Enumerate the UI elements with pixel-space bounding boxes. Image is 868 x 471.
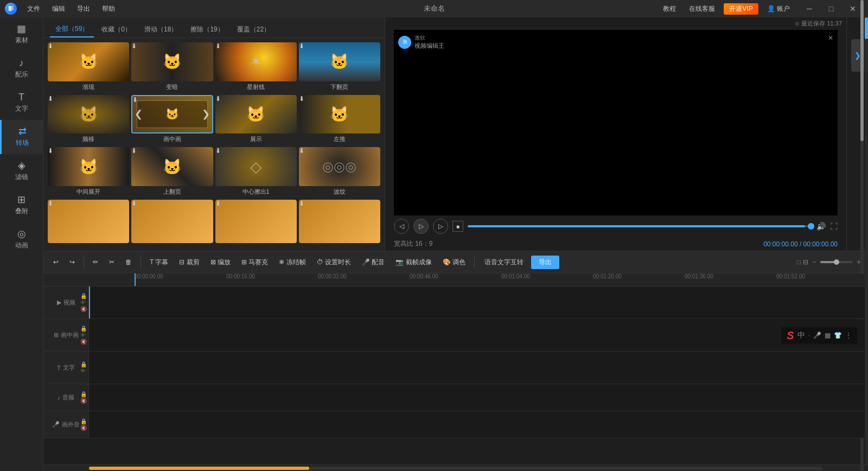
- snapshot-btn[interactable]: 📷 截帧成像: [391, 256, 436, 269]
- media-icon: ▦: [17, 24, 26, 34]
- export-btn[interactable]: 导出: [531, 256, 559, 269]
- speech-btn[interactable]: 语音文字互转: [479, 256, 529, 269]
- sidebar-item-overlay[interactable]: ⊞ 叠附: [0, 188, 43, 222]
- sidebar-item-filters[interactable]: ◈ 滤镜: [0, 154, 43, 188]
- tab-collected[interactable]: 收藏（0）: [96, 22, 137, 37]
- color-btn[interactable]: 🎨 调色: [438, 256, 470, 269]
- mute-icon[interactable]: 🔇: [80, 307, 87, 312]
- zoom-controls: － ＋: [810, 257, 863, 267]
- transition-wave[interactable]: ◎◎◎ ⬇ 波纹: [299, 147, 380, 198]
- text-icon: T: [18, 92, 24, 102]
- sidebar-item-media[interactable]: ▦ 素材: [0, 17, 43, 52]
- pip-track-content[interactable]: S 中 · 🎤 ▦ 👕 ⋮: [89, 319, 868, 351]
- tab-wipe[interactable]: 擦除（19）: [185, 22, 229, 37]
- download-icon[interactable]: ⬇: [215, 200, 297, 207]
- transition-flipup[interactable]: 🐱 ⬇ 上翻页: [131, 147, 213, 198]
- mute-icon[interactable]: 🔇: [80, 339, 87, 345]
- tutorial-btn[interactable]: 教程: [659, 3, 680, 15]
- download-icon[interactable]: ⬇: [48, 200, 129, 207]
- app-logo: 影: [0, 0, 22, 17]
- sidebar-item-music[interactable]: ♪ 配乐: [0, 52, 43, 86]
- brush-btn[interactable]: ✏: [88, 256, 103, 268]
- menu-export[interactable]: 导出: [72, 2, 95, 16]
- mosaic-btn[interactable]: ⊞ 马赛克: [237, 256, 272, 269]
- freeze-btn[interactable]: ❄ 冻结帧: [275, 256, 310, 269]
- transition-star[interactable]: ✶ ⬇ 星射线: [215, 42, 297, 93]
- download-icon[interactable]: ⬇: [131, 200, 213, 207]
- scale-btn[interactable]: ⊠ 编放: [206, 256, 235, 269]
- play-btn[interactable]: ▷: [413, 219, 429, 234]
- service-btn[interactable]: 在线客服: [685, 3, 719, 15]
- transition-placeholder3[interactable]: ⬇: [215, 200, 297, 246]
- account-btn[interactable]: 👤 账户: [763, 3, 794, 15]
- sidebar-item-animation[interactable]: ◎ 动画: [0, 222, 43, 257]
- progress-handle[interactable]: [808, 223, 814, 230]
- lock-icon[interactable]: 🔒: [80, 362, 87, 367]
- eye-icon[interactable]: 👁: [80, 300, 87, 305]
- zoom-handle[interactable]: [834, 259, 839, 265]
- download-icon[interactable]: ⬇: [299, 200, 380, 207]
- next-frame-btn[interactable]: ▷: [433, 219, 448, 234]
- transition-placeholder1[interactable]: ⬇: [48, 200, 129, 246]
- voiceover-btn[interactable]: 🎤 配音: [358, 256, 389, 269]
- subtitle-btn[interactable]: T T 字幕 字幕: [145, 256, 173, 269]
- transition-centerout[interactable]: ◇ ⬇ 中心擦出1: [215, 147, 297, 198]
- vip-btn[interactable]: 开通VIP: [724, 3, 758, 15]
- transition-placeholder4[interactable]: ⬇: [299, 200, 380, 246]
- redo-btn[interactable]: ↪: [65, 256, 79, 268]
- tab-all[interactable]: 全部（59）: [50, 22, 94, 37]
- maximize-btn[interactable]: □: [820, 0, 842, 17]
- transition-fade[interactable]: 🐱 ⬇ 渐现: [48, 42, 129, 93]
- undo-btn[interactable]: ↩: [49, 256, 63, 268]
- menu-edit[interactable]: 编辑: [47, 2, 71, 16]
- transition-zoom[interactable]: 🐱 ⬇ 频移: [48, 95, 129, 145]
- voiceover-track: 🎤 画外音 🔒 🔇: [43, 411, 868, 438]
- menu-help[interactable]: 帮助: [97, 2, 120, 16]
- transition-dissolve[interactable]: 🐱 ⬇ 变暗: [131, 42, 213, 93]
- transition-pip[interactable]: 🐱 ❮ ❯ ⬇ 画中画: [131, 95, 213, 145]
- watermark-cn: 中: [797, 330, 805, 340]
- ad-close-btn[interactable]: ✕: [828, 34, 833, 42]
- sidebar-item-label: 滤镜: [15, 173, 28, 182]
- fullscreen-btn[interactable]: ⛶: [830, 222, 838, 231]
- transition-show[interactable]: 🐱 ⬇ 展示: [215, 95, 297, 145]
- voiceover-track-content[interactable]: [89, 411, 868, 438]
- lock-icon[interactable]: 🔒: [80, 392, 87, 397]
- timeline-icon1: □: [797, 258, 801, 266]
- video-track-content[interactable]: [89, 287, 868, 319]
- crop-btn[interactable]: ⊟ 裁剪: [175, 256, 203, 269]
- audio-track-content[interactable]: [89, 384, 868, 411]
- tab-cover[interactable]: 覆盖（22）: [232, 22, 276, 37]
- eye-icon[interactable]: 👁: [80, 333, 87, 338]
- prev-frame-btn[interactable]: ◁: [394, 219, 409, 234]
- mute-icon[interactable]: 🔇: [80, 425, 87, 431]
- scrollbar-thumb[interactable]: [89, 467, 309, 470]
- transition-midopen[interactable]: 🐱 ⬇ 中间展开: [48, 147, 129, 198]
- zoom-slider[interactable]: [820, 261, 853, 263]
- tab-slide[interactable]: 滑动（18）: [139, 22, 183, 37]
- zoom-out-btn[interactable]: －: [810, 257, 818, 267]
- scrollbar-track[interactable]: [89, 467, 822, 470]
- menu-file[interactable]: 文件: [22, 2, 46, 16]
- duration-btn[interactable]: ⏱ 设置时长: [312, 256, 355, 269]
- transition-label: 中间展开: [76, 186, 100, 198]
- cut-btn[interactable]: ✂: [105, 256, 119, 268]
- text-track-content[interactable]: [89, 352, 868, 384]
- lock-icon[interactable]: 🔒: [80, 419, 87, 424]
- lock-icon[interactable]: 🔒: [80, 294, 87, 299]
- lock-icon[interactable]: 🔒: [80, 326, 87, 332]
- delete-btn[interactable]: 🗑: [121, 256, 136, 268]
- eye-icon[interactable]: 👁: [80, 368, 87, 374]
- transition-leftpush[interactable]: 🐱 ⬇ 左推: [299, 95, 380, 145]
- transition-flipdown[interactable]: 🐱 ⬇ 下翻页: [299, 42, 380, 93]
- transition-placeholder2[interactable]: ⬇: [131, 200, 213, 246]
- sidebar-item-text[interactable]: T 文字: [0, 86, 43, 120]
- progress-bar[interactable]: [468, 225, 812, 227]
- sidebar-item-transitions[interactable]: ⇄ 转场: [0, 120, 43, 154]
- mute-icon[interactable]: 🔇: [80, 398, 87, 404]
- minimize-btn[interactable]: ─: [799, 0, 820, 17]
- volume-btn[interactable]: 🔊: [816, 222, 826, 231]
- video-track: ▶ 视频 🔒 👁 🔇: [43, 287, 868, 319]
- stop-btn[interactable]: ■: [452, 221, 463, 232]
- time-display: 00:00:00.00 / 00:00:00.00: [763, 240, 838, 248]
